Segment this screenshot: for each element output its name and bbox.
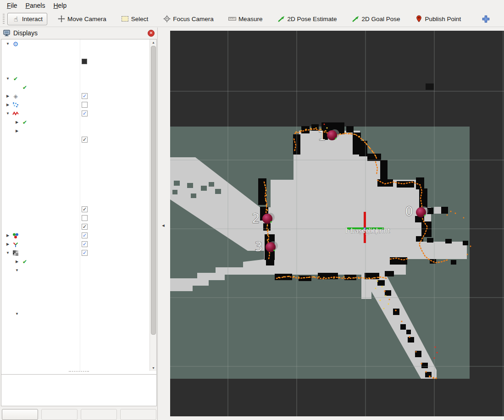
- row-checkbox[interactable]: [82, 102, 88, 108]
- property-row[interactable]: [1, 153, 150, 161]
- property-row[interactable]: ✓: [1, 135, 150, 144]
- display-row[interactable]: ▶✓: [1, 240, 150, 249]
- property-row[interactable]: [1, 179, 150, 188]
- menu-item-help[interactable]: Help: [49, 0, 71, 11]
- property-row[interactable]: [1, 48, 150, 57]
- scan-speck: [335, 138, 336, 139]
- row-checkbox[interactable]: ✓: [82, 111, 88, 116]
- tool-button-select[interactable]: Select: [116, 13, 153, 25]
- property-row[interactable]: ▶: [1, 127, 150, 135]
- property-row[interactable]: ▶✔: [1, 118, 150, 127]
- expander-open-icon[interactable]: ▼: [13, 268, 21, 272]
- row-checkbox[interactable]: ✓: [82, 232, 88, 238]
- tool-button-publish-point[interactable]: Publish Point: [410, 13, 466, 25]
- scroll-down-icon[interactable]: ▼: [150, 365, 157, 371]
- add-button[interactable]: [2, 409, 38, 420]
- row-checkbox[interactable]: ✓: [82, 224, 88, 230]
- tool-button-focus-camera[interactable]: Focus Camera: [158, 13, 218, 25]
- expander-closed-icon[interactable]: ▶: [13, 120, 21, 124]
- property-row[interactable]: ▼✔: [1, 74, 150, 83]
- display-row[interactable]: ▼✓: [1, 249, 150, 257]
- occupancy-map: [170, 83, 470, 379]
- property-row[interactable]: [1, 161, 150, 170]
- tree-column-separator[interactable]: [80, 39, 80, 371]
- property-row[interactable]: ✓: [1, 205, 150, 214]
- tool-button-2d-pose-estimate[interactable]: 2D Pose Estimate: [272, 13, 341, 25]
- tool-button-2d-goal-pose[interactable]: 2D Goal Pose: [347, 13, 404, 25]
- row-checkbox[interactable]: [82, 215, 88, 221]
- property-row[interactable]: [1, 188, 150, 196]
- scrollbar-thumb[interactable]: [151, 46, 156, 335]
- property-row[interactable]: [1, 327, 150, 336]
- row-checkbox[interactable]: ✓: [82, 206, 88, 212]
- property-row[interactable]: [1, 292, 150, 301]
- property-row[interactable]: [1, 66, 150, 74]
- markerarray-icon: [11, 232, 20, 239]
- menu-item-file[interactable]: File: [3, 0, 22, 11]
- property-row[interactable]: ✓: [1, 222, 150, 231]
- menu-item-panels[interactable]: Panels: [22, 0, 50, 11]
- property-row[interactable]: [1, 353, 150, 362]
- tool-button-measure[interactable]: Measure: [224, 13, 267, 25]
- display-row[interactable]: ▼✓: [1, 109, 150, 118]
- display-row[interactable]: ▶: [1, 100, 150, 109]
- displays-panel-titlebar[interactable]: Displays ✕: [0, 28, 157, 39]
- property-row[interactable]: ▼⚙: [1, 39, 150, 48]
- property-row[interactable]: ▼: [1, 309, 150, 318]
- property-row[interactable]: ▶✔: [1, 257, 150, 266]
- property-row[interactable]: [1, 275, 150, 283]
- row-checkbox[interactable]: ✓: [82, 241, 88, 247]
- panel-splitter-grip[interactable]: [69, 371, 89, 373]
- property-row[interactable]: [1, 318, 150, 327]
- property-row[interactable]: [1, 170, 150, 179]
- add-tool-button[interactable]: [477, 13, 494, 25]
- property-row[interactable]: ✔: [1, 83, 150, 92]
- toolbar-drag-handle[interactable]: [3, 14, 5, 24]
- remove-button[interactable]: [81, 409, 117, 420]
- duplicate-button[interactable]: [41, 409, 78, 420]
- row-checkbox[interactable]: ✓: [82, 250, 88, 256]
- property-row[interactable]: [1, 344, 150, 353]
- rename-button[interactable]: [120, 409, 156, 420]
- panel-collapse-arrow-icon[interactable]: ◂: [160, 221, 166, 230]
- displays-tree: ▼⚙▼✔✔▶◈✓▶▼✓▶✔▶✓✓✓▶✓▶✓▼✓▶✔▼▼ ▲ ▼: [1, 39, 157, 397]
- tool-button-interact[interactable]: ☝Interact: [7, 13, 47, 25]
- tool-button-move-camera[interactable]: Move Camera: [53, 13, 111, 25]
- expander-closed-icon[interactable]: ▶: [4, 103, 11, 107]
- tool-label: Select: [131, 16, 149, 22]
- close-icon[interactable]: ✕: [148, 30, 155, 37]
- property-row[interactable]: [1, 214, 150, 222]
- expander-open-icon[interactable]: ▼: [4, 111, 11, 116]
- pointcloud-icon: [11, 102, 20, 108]
- status-ok-icon: ✔: [11, 76, 20, 82]
- expander-open-icon[interactable]: ▼: [4, 77, 11, 81]
- row-checkbox[interactable]: ✓: [82, 93, 88, 99]
- expander-open-icon[interactable]: ▼: [4, 42, 11, 46]
- expander-closed-icon[interactable]: ▶: [13, 129, 21, 133]
- property-row[interactable]: [1, 196, 150, 205]
- panel-title: Displays: [13, 29, 38, 37]
- expander-closed-icon[interactable]: ▶: [13, 260, 21, 264]
- property-row[interactable]: [1, 144, 150, 153]
- property-row[interactable]: [1, 362, 150, 370]
- expander-closed-icon[interactable]: ▶: [4, 94, 11, 98]
- 3d-viewport[interactable]: base_footprintbase_link 1230: [170, 31, 504, 416]
- scroll-up-icon[interactable]: ▲: [150, 39, 157, 45]
- property-row[interactable]: [1, 283, 150, 292]
- property-row[interactable]: [1, 301, 150, 309]
- tree-scrollbar[interactable]: ▲ ▼: [150, 39, 156, 371]
- property-row[interactable]: ▼: [1, 266, 150, 275]
- pose-estimate-arrow-icon: [277, 15, 285, 22]
- property-row[interactable]: [1, 336, 150, 344]
- laserscan-icon: [11, 111, 20, 116]
- row-value[interactable]: [82, 57, 89, 66]
- property-row[interactable]: [1, 57, 150, 66]
- expander-open-icon[interactable]: ▼: [13, 312, 21, 316]
- display-row[interactable]: ▶◈✓: [1, 92, 150, 100]
- row-checkbox[interactable]: ✓: [82, 137, 88, 143]
- expander-closed-icon[interactable]: ▶: [4, 233, 11, 238]
- expander-closed-icon[interactable]: ▶: [4, 242, 11, 246]
- tf-frame-labels: base_footprintbase_link: [345, 227, 390, 234]
- expander-open-icon[interactable]: ▼: [4, 251, 11, 255]
- display-row[interactable]: ▶✓: [1, 231, 150, 240]
